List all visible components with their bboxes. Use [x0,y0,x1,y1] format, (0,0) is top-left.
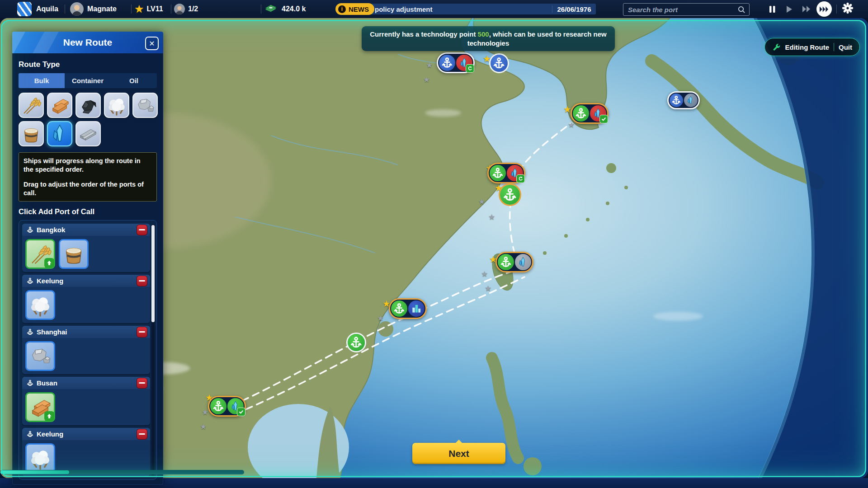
anchor-icon [27,226,33,233]
port-name: Busan [37,379,133,387]
port-card-shanghai-2[interactable]: Shanghai [22,326,150,374]
port-name: Shanghai [37,328,133,336]
top-bar: Aquila Magnate ★ LV11 1/2 424.0 k rt pol… [0,0,868,18]
player-title: Magnate [87,5,117,13]
player-level: LV11 [147,5,163,13]
port-marker-tianjin[interactable] [437,52,475,73]
crystal-icon [515,254,531,270]
pause-button[interactable] [766,4,778,14]
cargo-wheat-icon[interactable] [25,239,55,269]
company-name: Aquila [36,5,58,13]
cargo-iron-ore-icon[interactable] [25,341,55,371]
badge-check-icon [599,115,608,123]
player-avatar[interactable] [70,2,84,16]
list-scrollbar-thumb[interactable] [151,225,155,322]
remove-port-button[interactable] [137,327,147,338]
commodity-rice-icon[interactable] [19,121,44,146]
anchor-icon [439,55,455,71]
level-star-icon: ★ [134,3,144,15]
editing-route-label[interactable]: Editing Route [785,43,830,51]
commodity-iron-ore-icon[interactable] [132,93,158,118]
port-marker-busan[interactable] [571,103,609,124]
news-label: NEWS [349,5,369,13]
commodity-steel-icon[interactable] [75,121,101,146]
port-marker-hongkong[interactable] [389,298,427,319]
route-type-tabs: BulkContainerOil [19,73,157,88]
money-icon [264,4,277,14]
anchor-icon [500,185,520,205]
search-input[interactable] [623,6,738,14]
port-card-keelung-1[interactable]: Keelung [22,275,150,323]
tooltip-text: Currently has a technology point [370,30,477,38]
new-route-panel: New Route ✕ Route Type BulkContainerOil … [12,32,163,485]
money-amount: 424.0 k [282,5,306,13]
wrench-icon [772,43,781,52]
badge-return-icon [466,64,474,73]
gray-star-icon: ★ [481,270,488,278]
commodity-copper-icon[interactable] [47,93,72,118]
news-badge[interactable]: i NEWS [335,3,374,15]
search-icon[interactable] [738,6,745,14]
port-card-header: Keelung [22,275,150,287]
next-button[interactable]: Next [412,443,505,464]
remove-port-button[interactable] [137,378,147,389]
panel-title: New Route [63,37,113,48]
tab-bulk[interactable]: Bulk [19,73,65,88]
technology-tooltip: Currently has a technology point 500, wh… [362,26,615,51]
panel-header: New Route ✕ [12,32,163,53]
route-info-box: Ships will progress along the route in t… [19,152,157,202]
port-card-busan-3[interactable]: Busan [22,377,150,425]
horizontal-scrollbar-thumb[interactable] [0,470,69,474]
info-icon: i [338,5,346,13]
settings-gear-icon[interactable] [842,3,854,14]
port-marker-shanghai-south[interactable] [499,183,521,206]
cargo-cotton-icon[interactable] [25,290,55,320]
add-port-label: Click Add Port of Call [19,207,157,216]
cargo-copper-icon[interactable] [25,392,55,422]
fast-forward-button[interactable] [801,4,812,14]
port-card-keelung-4[interactable]: Keelung [22,428,150,476]
commodity-cotton-icon[interactable] [104,93,129,118]
port-cargo-row [22,287,150,323]
divider [836,5,837,14]
remove-port-button[interactable] [137,429,147,440]
crystal-icon [684,94,698,107]
port-marker-bohai[interactable] [489,53,509,73]
port-marker-shanghai[interactable] [487,163,525,183]
anchor-icon [27,431,33,437]
quit-button[interactable]: Quit [839,43,852,51]
info-line: Ships will progress along the route in t… [24,157,152,174]
news-ticker[interactable]: rt policy adjustment 26/06/1976 [343,4,596,14]
close-icon[interactable]: ✕ [145,37,159,50]
remove-port-button[interactable] [137,276,147,286]
tab-container[interactable]: Container [65,73,111,88]
divider [261,5,261,14]
play-button[interactable] [783,4,795,14]
port-name: Bangkok [37,226,133,234]
commodity-coal-icon[interactable] [75,93,101,118]
remove-port-button[interactable] [137,225,147,235]
badge-up-icon [44,411,54,421]
anchor-icon [27,328,33,335]
cargo-rice-icon[interactable] [59,239,89,269]
port-marker-bangkok[interactable] [208,396,246,417]
max-speed-button[interactable] [816,1,832,17]
port-marker-hainan[interactable] [346,333,366,352]
cargo-cotton-icon[interactable] [25,443,55,473]
commodity-crystal-icon[interactable] [47,121,72,146]
port-search [623,3,750,16]
port-card-bangkok-0[interactable]: Bangkok [22,224,150,272]
gray-star-icon: ★ [485,285,491,292]
crystal-icon [590,105,606,122]
tech-points-value: 500 [478,30,489,38]
divider [65,5,65,14]
city-icon [408,300,425,317]
port-marker-japan[interactable] [667,91,700,109]
horizontal-scrollbar-track [0,470,244,474]
tab-oil[interactable]: Oil [111,73,157,88]
company-logo-icon[interactable] [17,2,32,16]
commodity-wheat-icon[interactable] [19,93,44,118]
anchor-icon [670,94,683,107]
port-marker-keelung[interactable] [495,252,533,272]
game-screen: { "top_bar": { "company": "Aquila", "pla… [0,0,868,488]
